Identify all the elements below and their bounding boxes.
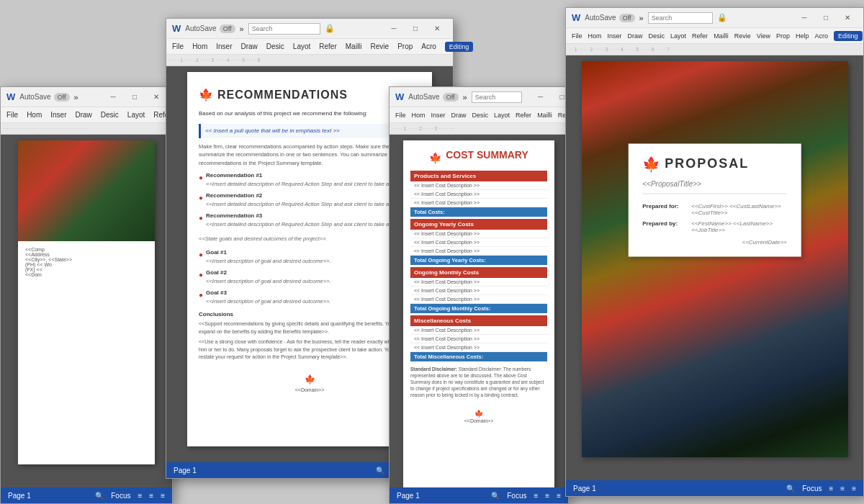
minimize-btn-1[interactable]: ─: [103, 89, 123, 105]
win-controls-4: ─ □ ✕: [794, 10, 858, 26]
page-content-1: <<Comp <<Address <<City>>, <<State>> (PH…: [18, 241, 155, 283]
monthly-item-1: << Insert Cost Description >>: [410, 278, 547, 287]
word-icon-4: W: [572, 12, 580, 23]
rec1-item: ● Recommendation #1 <<Insert detailed de…: [199, 171, 420, 189]
conclusions-heading: Conclusions: [199, 310, 420, 319]
ribbon-4: File Hom Inser Draw Desic Layot Refer Ma…: [566, 28, 863, 44]
doc-content-3: 🍁 COST SUMMARY Products and Services << …: [390, 135, 568, 487]
maple-leaf-cost: 🍁: [429, 152, 441, 163]
doc-content-4: 🍁 PROPOSAL <<ProposalTitle>> Prepared fo…: [566, 55, 863, 480]
ruler-1: · · · · · · · · · · · · · · · · · · · · …: [1, 123, 172, 135]
prepared-for-row: Prepared for: <<CustFirst>> <<CustLastNa…: [642, 202, 787, 215]
autosave-toggle-1[interactable]: Off: [54, 93, 70, 102]
autosave-area-2: AutoSave Off: [185, 24, 235, 33]
search-input-4[interactable]: [648, 12, 713, 24]
yearly-item-3: << Insert Cost Description >>: [410, 247, 547, 256]
cost-item-1: << Insert Cost Description >>: [410, 181, 547, 190]
maple-leaf-cost-bottom: 🍁: [474, 410, 483, 418]
title-bar-4: W AutoSave Off » 🔒 ─ □ ✕: [566, 8, 863, 28]
status-bar-3: Page 1 🔍 Focus ≡ ≡ ≡: [390, 487, 568, 503]
word-icon-2: W: [172, 23, 181, 34]
total-monthly: Total Ongoing Monthly Costs:: [410, 304, 547, 313]
search-input-2[interactable]: [248, 23, 320, 35]
win-controls-2: ─ □ ✕: [384, 21, 447, 37]
yearly-item-1: << Insert Cost Description >>: [410, 230, 547, 238]
close-btn-1[interactable]: ✕: [146, 89, 166, 105]
maximize-btn-4[interactable]: □: [816, 10, 836, 26]
proposal-content-box: 🍁 PROPOSAL <<ProposalTitle>> Prepared fo…: [628, 143, 801, 256]
search-input-3[interactable]: [472, 91, 522, 103]
win-controls-1: ─ □ ✕: [103, 89, 166, 105]
autosave-area-1: AutoSave Off: [19, 93, 69, 102]
maple-leaf-proposal: 🍁: [642, 155, 660, 172]
word-window-1[interactable]: W AutoSave Off » ─ □ ✕ File Hom Inser Dr…: [0, 86, 173, 504]
monthly-header: Ongoing Monthly Costs: [410, 267, 547, 278]
status-bar-4: Page 1 🔍 Focus ≡ ≡ ≡: [566, 480, 863, 496]
maximize-btn-1[interactable]: □: [125, 89, 145, 105]
monthly-item-3: << Insert Cost Description >>: [410, 295, 547, 304]
proposal-title-area: 🍁 PROPOSAL: [642, 155, 787, 172]
nature-bg-4: [582, 61, 848, 457]
maple-leaf-bottom-2: 🍁: [305, 374, 315, 384]
doc-content-1: <<Comp <<Address <<City>>, <<State>> (PH…: [1, 135, 172, 487]
title-bar-2: W AutoSave Off » 🔒 ─ □ ✕: [166, 19, 453, 39]
nature-bg-1: [18, 140, 155, 241]
misc-item-1: << Insert Cost Description >>: [410, 326, 547, 335]
status-bar-1: Page 1 🔍 Focus ≡ ≡ ≡: [1, 487, 172, 503]
goal3-item: ● Goal #3 <<Insert description of goal a…: [199, 289, 420, 306]
total-yearly: Total Ongoing Yearly Costs:: [410, 256, 547, 265]
cost-item-2: << Insert Cost Description >>: [410, 190, 547, 199]
ribbon-2: File Hom Inser Draw Desic Layot Refer Ma…: [166, 39, 453, 55]
page-3: 🍁 COST SUMMARY Products and Services << …: [403, 140, 554, 487]
word-window-3[interactable]: W AutoSave Off » ─ □ ✕ File Hom Inser Dr…: [389, 86, 569, 504]
word-window-4[interactable]: W AutoSave Off » 🔒 ─ □ ✕ File Hom Inser …: [565, 7, 864, 497]
title-bar-1: W AutoSave Off » ─ □ ✕: [1, 87, 172, 107]
misc-header: Miscellaneous Costs: [410, 315, 547, 326]
minimize-btn-2[interactable]: ─: [384, 21, 404, 37]
prepared-by-row: Prepared by: <<FirstName>> <<LastName>> …: [642, 220, 787, 233]
page-4: 🍁 PROPOSAL <<ProposalTitle>> Prepared fo…: [582, 61, 848, 457]
autosave-toggle-4[interactable]: Off: [619, 14, 635, 22]
editing-badge-2: Editing: [445, 42, 474, 52]
total-misc: Total Miscellaneous Costs:: [410, 352, 547, 361]
page-1: <<Comp <<Address <<City>>, <<State>> (PH…: [18, 140, 155, 464]
word-icon-1: W: [6, 91, 15, 102]
close-btn-4[interactable]: ✕: [837, 10, 858, 26]
rec3-item: ● Recommendation #3 <<Insert detailed de…: [199, 212, 420, 229]
yearly-header: Ongoing Yearly Costs: [410, 219, 547, 230]
ruler-4: · · 1 · · · · 2 · · · · 3 · · · · 4 · · …: [566, 44, 863, 55]
minimize-btn-4[interactable]: ─: [794, 10, 814, 26]
rec2-item: ● Recommendation #2 <<Insert detailed de…: [199, 192, 420, 209]
monthly-item-2: << Insert Cost Description >>: [410, 287, 547, 295]
autosave-toggle-2[interactable]: Off: [220, 24, 235, 33]
close-btn-2[interactable]: ✕: [427, 21, 447, 37]
misc-item-3: << Insert Cost Description >>: [410, 343, 547, 352]
autosave-toggle-3[interactable]: Off: [443, 93, 459, 102]
maximize-btn-2[interactable]: □: [405, 21, 426, 37]
title-bar-3: W AutoSave Off » ─ □ ✕: [390, 87, 568, 107]
disclaimer-text: Standard Disclaimer: Standard Disclaimer…: [410, 366, 547, 398]
products-header: Products and Services: [410, 171, 547, 181]
ribbon-3: File Hom Inser Draw Desic Layot Refer Ma…: [390, 107, 568, 123]
goal1-item: ● Goal #1 <<Insert description of goal a…: [199, 248, 420, 266]
ruler-2: · · · · 1 · · · · 2 · · · · 3 · · · · 4 …: [166, 55, 453, 66]
cost-item-3: << Insert Cost Description >>: [410, 199, 547, 207]
word-icon-3: W: [395, 91, 404, 102]
goal2-item: ● Goal #2 <<Insert description of goal a…: [199, 269, 420, 286]
yearly-item-2: << Insert Cost Description >>: [410, 238, 547, 247]
cost-page-content: 🍁 COST SUMMARY Products and Services << …: [403, 140, 554, 433]
misc-item-2: << Insert Cost Description >>: [410, 335, 547, 343]
ruler-3: · · · · 1 · · · · 2 · · · · 3 · · · · · …: [390, 123, 568, 135]
autosave-area-4: AutoSave Off: [585, 14, 634, 22]
ribbon-1: File Hom Inser Draw Desic Layot Refer Ma…: [1, 107, 172, 123]
pull-quote-2: << Insert a pull quote that will be in e…: [199, 124, 420, 138]
minimize-btn-3[interactable]: ─: [531, 89, 551, 105]
autosave-area-3: AutoSave Off: [408, 93, 458, 102]
total-costs: Total Costs:: [410, 207, 547, 217]
maple-leaf-icon-2: 🍁: [199, 86, 213, 104]
editing-badge-4: Editing: [834, 31, 863, 41]
